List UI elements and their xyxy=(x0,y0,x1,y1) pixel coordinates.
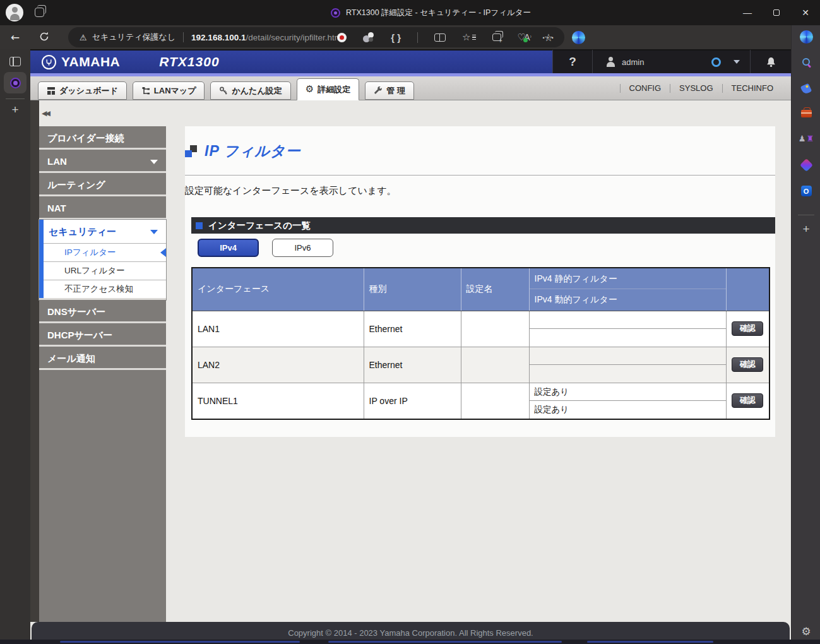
extension-orbs-icon[interactable] xyxy=(363,32,374,42)
app-header: YAMAHA RTX1300 ? admin xyxy=(30,49,791,73)
sidebar-subitem-label: IPフィルター xyxy=(64,247,116,257)
sidebar-item-label: NAT xyxy=(47,203,66,213)
sidebar-group-security: セキュリティー IPフィルター URLフィルター 不正アクセス検知 xyxy=(39,220,166,300)
sidebar-subitem-ip-filter[interactable]: IPフィルター xyxy=(39,243,166,261)
sidebar-item-label: ルーティング xyxy=(47,179,105,190)
sidebar-settings-gear-icon[interactable]: ⚙ xyxy=(801,625,811,638)
sidebar-item-nat[interactable]: NAT xyxy=(39,196,166,220)
cell-name xyxy=(461,347,529,383)
cell-dynamic-filter: 設定あり xyxy=(530,401,726,419)
sidebar-item-label: メール通知 xyxy=(47,353,95,364)
tab-label: ダッシュボード xyxy=(59,85,118,97)
tab-lan-map[interactable]: LANマップ xyxy=(133,81,205,100)
cell-type: Ethernet xyxy=(364,347,461,383)
confirm-button[interactable]: 確認 xyxy=(732,357,763,372)
app-sidebar: ◀◀ プロバイダー接続 LAN ルーティング NAT セキュリティー IPフィル… xyxy=(39,100,166,622)
edge-sidebar: ♟♜ O + ⚙ xyxy=(791,25,820,644)
col-header-name: 設定名 xyxy=(461,283,529,295)
sidebar-subitem-label: URLフィルター xyxy=(64,266,125,275)
notification-bell-icon[interactable] xyxy=(751,56,791,68)
favorites-hub-icon[interactable]: ☆ xyxy=(462,32,475,43)
sidebar-item-provider[interactable]: プロバイダー接続 xyxy=(39,126,166,150)
cell-static-filter xyxy=(530,347,726,365)
sidebar-item-dhcp-server[interactable]: DHCPサーバー xyxy=(39,323,166,347)
brand-name: YAMAHA xyxy=(61,54,120,69)
vertical-tab-strip: + xyxy=(0,49,30,644)
sidebar-search-icon[interactable] xyxy=(802,58,810,66)
new-tab-button[interactable]: + xyxy=(11,103,18,117)
collections-icon[interactable] xyxy=(492,33,501,41)
tab-management[interactable]: 管 理 xyxy=(365,81,414,100)
model-name: RTX1300 xyxy=(159,54,219,69)
app-tabbar: ダッシュボード LANマップ かんたん設定 ⚙ 詳細設定 管 理 CONFIG … xyxy=(30,76,791,100)
cell-type: IP over IP xyxy=(364,383,461,419)
ipv4-button[interactable]: IPv4 xyxy=(198,239,259,257)
sidebar-outlook-icon[interactable]: O xyxy=(801,186,812,196)
section-bullet-icon xyxy=(196,222,203,229)
userscript-braces-icon[interactable]: { } xyxy=(391,32,401,43)
split-screen-icon[interactable] xyxy=(434,33,446,42)
browser-essentials-icon[interactable]: ♡ xyxy=(518,32,526,43)
divider xyxy=(185,175,775,176)
url-path: /detail/security/ipfilter.html xyxy=(246,33,343,42)
sidebar-item-routing[interactable]: ルーティング xyxy=(39,173,166,196)
sidebar-games-icon[interactable]: ♟♜ xyxy=(799,134,814,143)
username: admin xyxy=(622,57,644,67)
settings-menu-icon[interactable]: ··· xyxy=(542,32,556,43)
tab-easy-setup[interactable]: かんたん設定 xyxy=(210,81,290,100)
sidebar-add-icon[interactable]: + xyxy=(802,222,809,236)
tab-favicon xyxy=(10,78,21,88)
maximize-button[interactable] xyxy=(762,0,791,25)
wrench-icon xyxy=(374,86,383,95)
easy-setup-key-icon xyxy=(219,86,228,95)
section-header: インターフェースの一覧 xyxy=(191,217,775,234)
tab-list-icon[interactable] xyxy=(9,57,21,66)
sidebar-item-dns-server[interactable]: DNSサーバー xyxy=(39,300,166,323)
link-config[interactable]: CONFIG xyxy=(620,84,670,93)
recording-indicator-icon[interactable] xyxy=(337,33,347,42)
copilot-icon[interactable] xyxy=(572,31,585,44)
tab-dashboard[interactable]: ダッシュボード xyxy=(38,81,127,100)
workspaces-icon[interactable] xyxy=(35,8,44,17)
back-button[interactable]: ← xyxy=(8,30,22,44)
close-button[interactable]: ✕ xyxy=(791,0,820,25)
security-warning-icon[interactable]: ⚠ xyxy=(80,33,87,42)
sidebar-item-mail-notify[interactable]: メール通知 xyxy=(39,347,166,370)
gear-icon: ⚙ xyxy=(306,85,314,94)
minimize-button[interactable]: — xyxy=(733,0,762,25)
sidebar-subitem-intrusion-detection[interactable]: 不正アクセス検知 xyxy=(39,280,166,298)
sidebar-collapse-button[interactable]: ◀◀ xyxy=(42,109,49,117)
col-header-static-filter: IPv4 静的フィルター xyxy=(530,268,726,289)
security-warning-label[interactable]: セキュリティ保護なし xyxy=(92,32,175,43)
page-title-icon xyxy=(185,145,197,157)
active-vertical-tab[interactable] xyxy=(4,72,27,93)
table-row: LAN2 Ethernet 確認 xyxy=(192,347,769,383)
tab-label: 管 理 xyxy=(386,85,405,97)
section-title: インターフェースの一覧 xyxy=(208,220,311,232)
tab-detailed-settings[interactable]: ⚙ 詳細設定 xyxy=(297,78,359,100)
sidebar-item-security[interactable]: セキュリティー xyxy=(39,220,166,243)
ipv6-button[interactable]: IPv6 xyxy=(272,239,333,257)
sidebar-shopping-icon[interactable] xyxy=(800,83,812,95)
cell-name xyxy=(461,311,529,347)
confirm-button[interactable]: 確認 xyxy=(732,321,763,336)
sidebar-copilot-icon[interactable] xyxy=(800,30,813,44)
sidebar-subitem-url-filter[interactable]: URLフィルター xyxy=(39,261,166,280)
user-menu-caret-icon[interactable] xyxy=(734,60,740,64)
url-text[interactable]: 192.168.100.1/detail/security/ipfilter.h… xyxy=(191,33,343,42)
cell-name xyxy=(461,383,529,419)
refresh-button[interactable] xyxy=(39,31,50,42)
sidebar-tools-icon[interactable] xyxy=(801,110,812,117)
page-viewport: YAMAHA RTX1300 ? admin ダッシュボード xyxy=(30,49,791,644)
col-header-interface: インターフェース xyxy=(193,283,364,295)
sidebar-m365-icon[interactable] xyxy=(799,158,812,172)
link-techinfo[interactable]: TECHINFO xyxy=(722,84,782,93)
tab-label: かんたん設定 xyxy=(232,85,282,97)
link-syslog[interactable]: SYSLOG xyxy=(670,84,722,93)
confirm-button[interactable]: 確認 xyxy=(732,393,763,408)
sidebar-item-lan[interactable]: LAN xyxy=(39,150,166,173)
cell-interface: TUNNEL1 xyxy=(192,383,364,419)
cell-static-filter xyxy=(530,311,726,329)
help-button[interactable]: ? xyxy=(553,55,592,69)
browser-profile-avatar[interactable] xyxy=(6,4,23,21)
